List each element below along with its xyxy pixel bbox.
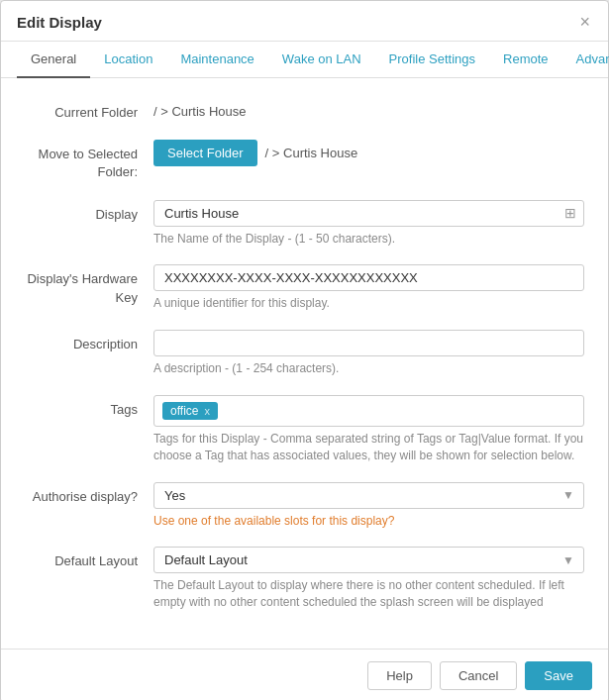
help-button[interactable]: Help [367, 661, 432, 690]
hardware-key-label: Display's Hardware Key [25, 264, 153, 306]
hardware-key-hint: A unique identifier for this display. [153, 295, 584, 312]
tab-maintenance[interactable]: Maintenance [166, 42, 267, 78]
tag-remove-office[interactable]: x [204, 405, 210, 417]
move-to-label: Move to Selected Folder: [25, 140, 153, 181]
display-name-icon: ⊞ [564, 205, 576, 221]
description-row: Description A description - (1 - 254 cha… [25, 330, 584, 377]
move-to-row: Move to Selected Folder: Select Folder /… [25, 140, 584, 181]
hardware-key-input[interactable] [153, 264, 584, 291]
tags-label: Tags [25, 395, 153, 419]
tab-general[interactable]: General [17, 42, 90, 78]
save-button[interactable]: Save [525, 661, 592, 690]
current-folder-label: Current Folder [25, 98, 153, 122]
authorise-select[interactable]: Yes No [153, 482, 584, 509]
move-to-path: / > Curtis House [265, 146, 358, 160]
current-folder-value: / > Curtis House [153, 98, 584, 119]
description-label: Description [25, 330, 153, 353]
display-name-input[interactable] [153, 200, 584, 227]
tag-label: office [170, 404, 198, 418]
tags-input[interactable]: office x [153, 395, 584, 427]
description-input[interactable] [153, 330, 584, 356]
display-name-label: Display [25, 200, 153, 224]
tab-location[interactable]: Location [90, 42, 166, 78]
tab-wake-on-lan[interactable]: Wake on LAN [268, 42, 375, 78]
default-layout-label: Default Layout [25, 547, 153, 570]
modal-footer: Help Cancel Save [1, 649, 608, 700]
tab-remote[interactable]: Remote [489, 42, 562, 78]
default-layout-row: Default Layout Default Layout ▼ The Defa… [25, 547, 584, 611]
authorise-row: Authorise display? Yes No ▼ Use one of t… [25, 482, 584, 530]
tab-advanced[interactable]: Advanced [562, 42, 609, 78]
default-layout-select[interactable]: Default Layout [153, 547, 584, 573]
edit-display-modal: Edit Display × General Location Maintena… [0, 0, 609, 700]
modal-close-button[interactable]: × [577, 13, 592, 31]
modal-body: Current Folder / > Curtis House Move to … [1, 78, 608, 649]
tab-profile-settings[interactable]: Profile Settings [375, 42, 489, 78]
hardware-key-row: Display's Hardware Key A unique identifi… [25, 264, 584, 312]
tab-bar: General Location Maintenance Wake on LAN… [1, 42, 608, 78]
current-folder-row: Current Folder / > Curtis House [25, 98, 584, 122]
default-layout-hint: The Default Layout to display where ther… [153, 577, 584, 611]
display-name-hint: The Name of the Display - (1 - 50 charac… [153, 231, 584, 248]
display-name-row: Display ⊞ The Name of the Display - (1 -… [25, 200, 584, 248]
tag-badge-office: office x [162, 402, 218, 420]
modal-title: Edit Display [17, 14, 102, 31]
authorise-hint: Use one of the available slots for this … [153, 513, 584, 530]
description-hint: A description - (1 - 254 characters). [153, 360, 584, 377]
cancel-button[interactable]: Cancel [440, 661, 517, 690]
select-folder-button[interactable]: Select Folder [153, 140, 257, 166]
authorise-label: Authorise display? [25, 482, 153, 506]
modal-header: Edit Display × [1, 1, 608, 42]
tags-hint: Tags for this Display - Comma separated … [153, 431, 584, 464]
tags-row: Tags office x Tags for this Display - Co… [25, 395, 584, 464]
